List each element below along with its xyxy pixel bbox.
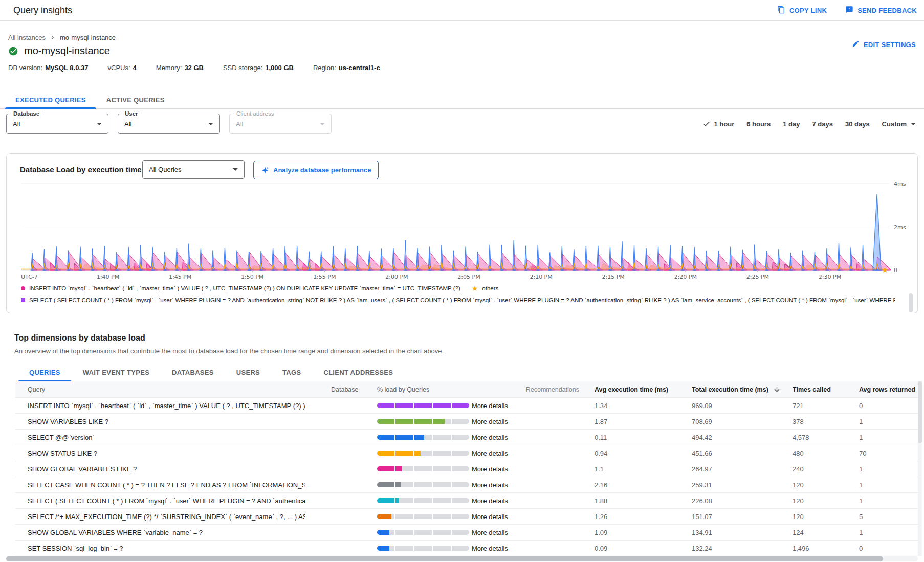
tab-executed-queries[interactable]: EXECUTED QUERIES (5, 91, 96, 108)
more-details-link[interactable]: More details (472, 449, 508, 457)
time-range-1-day[interactable]: 1 day (783, 120, 800, 128)
filter-database[interactable]: DatabaseAll (6, 114, 108, 134)
dimension-tab-tags[interactable]: TAGS (271, 363, 312, 381)
table-vertical-scrollbar-thumb[interactable] (918, 381, 922, 443)
table-row: SELECT /*+ MAX_EXECUTION_TIME (?) */ `SU… (15, 509, 918, 525)
load-bar-segment (377, 419, 394, 424)
more-details-link[interactable]: More details (472, 497, 508, 505)
query-cell[interactable]: SHOW VARIABLES LIKE ? (15, 418, 305, 425)
time-range-1-hour[interactable]: 1 hour (702, 120, 734, 128)
column-header-label: % load by Queries (377, 386, 429, 393)
legend-item-circle: INSERT INTO `mysql` . `heartbeat` ( `id`… (21, 285, 460, 291)
svg-text:2:05 PM: 2:05 PM (457, 274, 480, 280)
svg-text:2:30 PM: 2:30 PM (819, 274, 841, 280)
more-details-link[interactable]: More details (472, 418, 508, 425)
breadcrumb-all-instances[interactable]: All instances (8, 34, 46, 41)
legend-scrollbar[interactable] (909, 293, 913, 312)
tab-active-queries[interactable]: ACTIVE QUERIES (96, 91, 175, 108)
dimension-tab-wait-event-types[interactable]: WAIT EVENT TYPES (72, 363, 161, 381)
column-header-total-execution-time-ms[interactable]: Total execution time (ms) (692, 386, 793, 393)
detail-value: 32 GB (184, 64, 204, 72)
avg-rows-returned-cell: 0 (859, 402, 918, 410)
avg-rows-returned-cell: 5 (859, 513, 918, 521)
load-bar-fill (414, 451, 421, 456)
load-bar (377, 546, 469, 551)
times-called-cell: 4,578 (793, 434, 859, 441)
avg-rows-returned-cell: 1 (859, 434, 918, 441)
load-bar-fill (377, 498, 394, 503)
instance-detail-memory: Memory:32 GB (156, 64, 204, 72)
filter-value: All (13, 120, 20, 128)
table-header-row: QueryDatabase% load by QueriesRecommenda… (15, 381, 918, 398)
total-execution-time-cell: 451.66 (692, 449, 793, 457)
load-bar-fill (377, 451, 394, 456)
load-bar-segment (452, 482, 469, 487)
horizontal-scrollbar[interactable] (6, 556, 918, 561)
load-bar-fill (395, 482, 401, 487)
column-header-database: Database (305, 386, 377, 393)
load-bar-segment (377, 466, 394, 471)
horizontal-scrollbar-thumb[interactable] (6, 556, 883, 561)
top-dimensions-subtitle: An overview of the top dimensions that c… (14, 347, 444, 355)
time-range-30-days[interactable]: 30 days (845, 120, 870, 128)
copy-link-button[interactable]: COPY LINK (777, 6, 827, 15)
query-cell[interactable]: SELECT ( SELECT COUNT ( * ) FROM `mysql`… (15, 497, 305, 505)
avg-rows-returned-cell: 0 (859, 545, 918, 552)
more-details-link[interactable]: More details (472, 481, 508, 489)
load-bar-cell (377, 419, 472, 424)
load-bar-segment (452, 498, 469, 503)
total-execution-time-cell: 708.69 (692, 418, 793, 425)
load-bar-segment (395, 546, 413, 551)
table-vertical-scrollbar[interactable] (918, 381, 922, 556)
query-cell[interactable]: SHOW GLOBAL VARIABLES WHERE `variable_na… (15, 529, 305, 536)
query-cell[interactable]: SELECT @@`version` (15, 434, 305, 441)
load-bar (377, 403, 469, 408)
top-actions: COPY LINK SEND FEEDBACK (777, 0, 917, 21)
status-healthy-icon (8, 46, 18, 56)
avg-rows-returned-cell: 1 (859, 529, 918, 536)
dimension-tab-client-addresses[interactable]: CLIENT ADDRESSES (312, 363, 404, 381)
spark-icon (261, 166, 269, 174)
send-feedback-button[interactable]: SEND FEEDBACK (845, 6, 917, 15)
more-details-link[interactable]: More details (472, 513, 508, 521)
more-details-link[interactable]: More details (472, 465, 508, 473)
query-cell[interactable]: SET SESSION `sql_log_bin` = ? (15, 545, 305, 552)
query-filter-select[interactable]: All Queries (142, 160, 245, 179)
time-range-6-hours[interactable]: 6 hours (746, 120, 771, 128)
time-range-7-days[interactable]: 7 days (812, 120, 832, 128)
svg-text:0: 0 (894, 267, 897, 274)
more-details-link[interactable]: More details (472, 529, 508, 536)
queries-table: QueryDatabase% load by QueriesRecommenda… (15, 381, 918, 556)
load-bar-segment (395, 514, 413, 519)
query-cell[interactable]: SHOW GLOBAL VARIABLES LIKE ? (15, 465, 305, 473)
edit-settings-button[interactable]: EDIT SETTINGS (852, 40, 916, 49)
times-called-cell: 120 (793, 513, 859, 521)
load-bar-segment (433, 482, 450, 487)
dimension-tab-users[interactable]: USERS (225, 363, 271, 381)
load-bar-segment (433, 530, 450, 535)
time-range-custom[interactable]: Custom (882, 120, 916, 128)
query-cell[interactable]: INSERT INTO `mysql` . `heartbeat` ( `id`… (15, 402, 305, 410)
table-row: SET SESSION `sql_log_bin` = ?More detail… (15, 541, 918, 556)
dimension-tab-queries[interactable]: QUERIES (18, 363, 72, 381)
query-cell[interactable]: SELECT /*+ MAX_EXECUTION_TIME (?) */ `SU… (15, 513, 305, 521)
chevron-down-icon (320, 123, 325, 125)
analyze-database-performance-button[interactable]: Analyze database performance (253, 161, 379, 179)
filter-fields: DatabaseAllUserAllClient addressAll (6, 114, 332, 134)
filter-user[interactable]: UserAll (118, 114, 220, 134)
times-called-cell: 240 (793, 465, 859, 473)
more-details-link[interactable]: More details (472, 545, 508, 552)
instance-detail-vcpus: vCPUs:4 (108, 64, 137, 72)
avg-rows-returned-cell: 1 (859, 465, 918, 473)
dimension-tab-databases[interactable]: DATABASES (161, 363, 225, 381)
chevron-right-icon (49, 34, 56, 41)
query-cell[interactable]: SHOW STATUS LIKE ? (15, 449, 305, 457)
more-details-link[interactable]: More details (472, 434, 508, 441)
time-range-label: 7 days (812, 120, 832, 128)
more-details-link[interactable]: More details (472, 402, 508, 410)
legend-row: SELECT ( SELECT COUNT ( * ) FROM `mysql`… (21, 294, 895, 306)
series-dot-icon (21, 286, 25, 290)
load-bar-fill (377, 419, 394, 424)
load-bar-cell (377, 530, 472, 535)
query-cell[interactable]: SELECT CASE WHEN COUNT ( * ) = ? THEN ? … (15, 481, 305, 489)
